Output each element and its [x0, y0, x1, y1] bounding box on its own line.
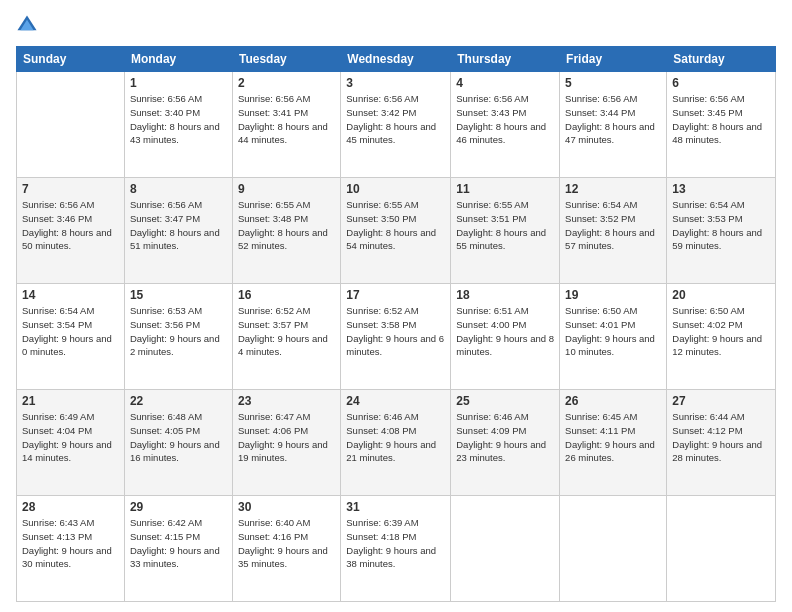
- day-info: Sunrise: 6:54 AMSunset: 3:54 PMDaylight:…: [22, 304, 119, 359]
- calendar-cell: 24Sunrise: 6:46 AMSunset: 4:08 PMDayligh…: [341, 390, 451, 496]
- page: SundayMondayTuesdayWednesdayThursdayFrid…: [0, 0, 792, 612]
- calendar-cell: 5Sunrise: 6:56 AMSunset: 3:44 PMDaylight…: [560, 72, 667, 178]
- calendar-table: SundayMondayTuesdayWednesdayThursdayFrid…: [16, 46, 776, 602]
- calendar-cell: [451, 496, 560, 602]
- day-info: Sunrise: 6:44 AMSunset: 4:12 PMDaylight:…: [672, 410, 770, 465]
- day-number: 16: [238, 288, 335, 302]
- day-info: Sunrise: 6:47 AMSunset: 4:06 PMDaylight:…: [238, 410, 335, 465]
- calendar-cell: 15Sunrise: 6:53 AMSunset: 3:56 PMDayligh…: [124, 284, 232, 390]
- day-info: Sunrise: 6:49 AMSunset: 4:04 PMDaylight:…: [22, 410, 119, 465]
- calendar-cell: 7Sunrise: 6:56 AMSunset: 3:46 PMDaylight…: [17, 178, 125, 284]
- calendar-cell: 13Sunrise: 6:54 AMSunset: 3:53 PMDayligh…: [667, 178, 776, 284]
- day-info: Sunrise: 6:55 AMSunset: 3:48 PMDaylight:…: [238, 198, 335, 253]
- logo: [16, 14, 42, 36]
- weekday-header-tuesday: Tuesday: [232, 47, 340, 72]
- day-number: 31: [346, 500, 445, 514]
- day-number: 29: [130, 500, 227, 514]
- calendar-cell: 8Sunrise: 6:56 AMSunset: 3:47 PMDaylight…: [124, 178, 232, 284]
- day-number: 14: [22, 288, 119, 302]
- day-number: 5: [565, 76, 661, 90]
- calendar-cell: 18Sunrise: 6:51 AMSunset: 4:00 PMDayligh…: [451, 284, 560, 390]
- calendar-cell: 2Sunrise: 6:56 AMSunset: 3:41 PMDaylight…: [232, 72, 340, 178]
- calendar-cell: 22Sunrise: 6:48 AMSunset: 4:05 PMDayligh…: [124, 390, 232, 496]
- calendar-cell: 1Sunrise: 6:56 AMSunset: 3:40 PMDaylight…: [124, 72, 232, 178]
- calendar-cell: 4Sunrise: 6:56 AMSunset: 3:43 PMDaylight…: [451, 72, 560, 178]
- calendar-cell: 10Sunrise: 6:55 AMSunset: 3:50 PMDayligh…: [341, 178, 451, 284]
- day-number: 18: [456, 288, 554, 302]
- day-info: Sunrise: 6:56 AMSunset: 3:45 PMDaylight:…: [672, 92, 770, 147]
- calendar-week-1: 1Sunrise: 6:56 AMSunset: 3:40 PMDaylight…: [17, 72, 776, 178]
- day-info: Sunrise: 6:56 AMSunset: 3:44 PMDaylight:…: [565, 92, 661, 147]
- day-number: 17: [346, 288, 445, 302]
- calendar-week-4: 21Sunrise: 6:49 AMSunset: 4:04 PMDayligh…: [17, 390, 776, 496]
- day-info: Sunrise: 6:50 AMSunset: 4:01 PMDaylight:…: [565, 304, 661, 359]
- day-info: Sunrise: 6:42 AMSunset: 4:15 PMDaylight:…: [130, 516, 227, 571]
- day-info: Sunrise: 6:51 AMSunset: 4:00 PMDaylight:…: [456, 304, 554, 359]
- calendar-cell: 12Sunrise: 6:54 AMSunset: 3:52 PMDayligh…: [560, 178, 667, 284]
- day-info: Sunrise: 6:50 AMSunset: 4:02 PMDaylight:…: [672, 304, 770, 359]
- calendar-cell: 25Sunrise: 6:46 AMSunset: 4:09 PMDayligh…: [451, 390, 560, 496]
- calendar-cell: 28Sunrise: 6:43 AMSunset: 4:13 PMDayligh…: [17, 496, 125, 602]
- day-info: Sunrise: 6:56 AMSunset: 3:40 PMDaylight:…: [130, 92, 227, 147]
- day-info: Sunrise: 6:40 AMSunset: 4:16 PMDaylight:…: [238, 516, 335, 571]
- calendar-cell: 26Sunrise: 6:45 AMSunset: 4:11 PMDayligh…: [560, 390, 667, 496]
- calendar-cell: [560, 496, 667, 602]
- calendar-cell: 6Sunrise: 6:56 AMSunset: 3:45 PMDaylight…: [667, 72, 776, 178]
- calendar-cell: 31Sunrise: 6:39 AMSunset: 4:18 PMDayligh…: [341, 496, 451, 602]
- day-number: 8: [130, 182, 227, 196]
- day-info: Sunrise: 6:53 AMSunset: 3:56 PMDaylight:…: [130, 304, 227, 359]
- calendar-cell: 30Sunrise: 6:40 AMSunset: 4:16 PMDayligh…: [232, 496, 340, 602]
- day-number: 20: [672, 288, 770, 302]
- day-number: 1: [130, 76, 227, 90]
- day-number: 28: [22, 500, 119, 514]
- day-info: Sunrise: 6:52 AMSunset: 3:57 PMDaylight:…: [238, 304, 335, 359]
- day-number: 21: [22, 394, 119, 408]
- day-number: 2: [238, 76, 335, 90]
- calendar-body: 1Sunrise: 6:56 AMSunset: 3:40 PMDaylight…: [17, 72, 776, 602]
- calendar-week-2: 7Sunrise: 6:56 AMSunset: 3:46 PMDaylight…: [17, 178, 776, 284]
- day-info: Sunrise: 6:45 AMSunset: 4:11 PMDaylight:…: [565, 410, 661, 465]
- day-number: 19: [565, 288, 661, 302]
- header: [16, 14, 776, 36]
- calendar-cell: 14Sunrise: 6:54 AMSunset: 3:54 PMDayligh…: [17, 284, 125, 390]
- day-info: Sunrise: 6:54 AMSunset: 3:53 PMDaylight:…: [672, 198, 770, 253]
- weekday-header-row: SundayMondayTuesdayWednesdayThursdayFrid…: [17, 47, 776, 72]
- day-info: Sunrise: 6:39 AMSunset: 4:18 PMDaylight:…: [346, 516, 445, 571]
- day-number: 27: [672, 394, 770, 408]
- calendar-cell: 23Sunrise: 6:47 AMSunset: 4:06 PMDayligh…: [232, 390, 340, 496]
- day-info: Sunrise: 6:56 AMSunset: 3:46 PMDaylight:…: [22, 198, 119, 253]
- day-number: 15: [130, 288, 227, 302]
- calendar-week-3: 14Sunrise: 6:54 AMSunset: 3:54 PMDayligh…: [17, 284, 776, 390]
- day-info: Sunrise: 6:56 AMSunset: 3:42 PMDaylight:…: [346, 92, 445, 147]
- day-number: 25: [456, 394, 554, 408]
- day-number: 11: [456, 182, 554, 196]
- day-number: 9: [238, 182, 335, 196]
- day-number: 13: [672, 182, 770, 196]
- calendar-cell: [17, 72, 125, 178]
- day-number: 3: [346, 76, 445, 90]
- day-info: Sunrise: 6:56 AMSunset: 3:43 PMDaylight:…: [456, 92, 554, 147]
- day-info: Sunrise: 6:55 AMSunset: 3:50 PMDaylight:…: [346, 198, 445, 253]
- day-info: Sunrise: 6:55 AMSunset: 3:51 PMDaylight:…: [456, 198, 554, 253]
- weekday-header-wednesday: Wednesday: [341, 47, 451, 72]
- calendar-cell: [667, 496, 776, 602]
- calendar-header: SundayMondayTuesdayWednesdayThursdayFrid…: [17, 47, 776, 72]
- calendar-cell: 3Sunrise: 6:56 AMSunset: 3:42 PMDaylight…: [341, 72, 451, 178]
- weekday-header-saturday: Saturday: [667, 47, 776, 72]
- weekday-header-thursday: Thursday: [451, 47, 560, 72]
- day-number: 30: [238, 500, 335, 514]
- day-info: Sunrise: 6:54 AMSunset: 3:52 PMDaylight:…: [565, 198, 661, 253]
- day-number: 6: [672, 76, 770, 90]
- day-number: 10: [346, 182, 445, 196]
- calendar-cell: 9Sunrise: 6:55 AMSunset: 3:48 PMDaylight…: [232, 178, 340, 284]
- calendar-cell: 21Sunrise: 6:49 AMSunset: 4:04 PMDayligh…: [17, 390, 125, 496]
- weekday-header-sunday: Sunday: [17, 47, 125, 72]
- day-info: Sunrise: 6:52 AMSunset: 3:58 PMDaylight:…: [346, 304, 445, 359]
- weekday-header-friday: Friday: [560, 47, 667, 72]
- day-info: Sunrise: 6:46 AMSunset: 4:09 PMDaylight:…: [456, 410, 554, 465]
- day-number: 23: [238, 394, 335, 408]
- day-number: 7: [22, 182, 119, 196]
- calendar-cell: 16Sunrise: 6:52 AMSunset: 3:57 PMDayligh…: [232, 284, 340, 390]
- day-info: Sunrise: 6:46 AMSunset: 4:08 PMDaylight:…: [346, 410, 445, 465]
- day-number: 22: [130, 394, 227, 408]
